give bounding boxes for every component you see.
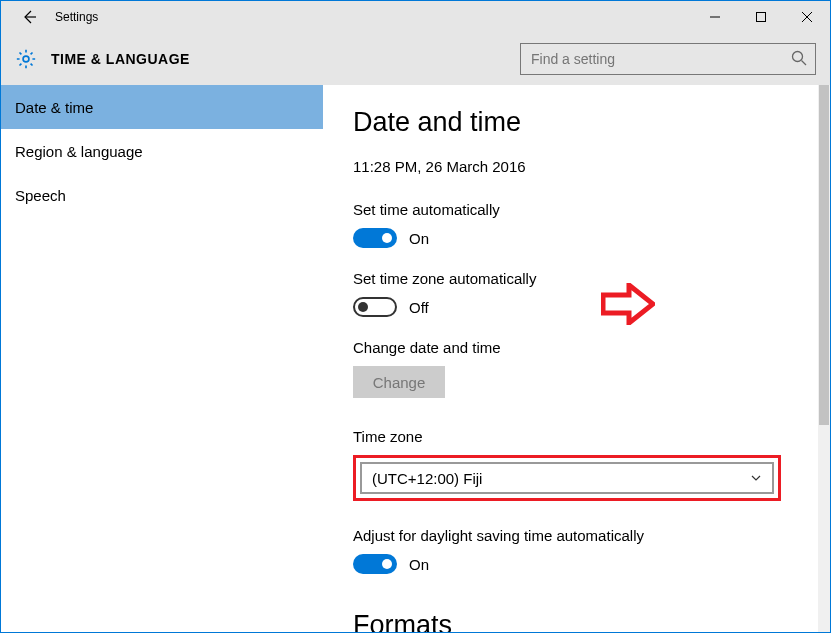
gear-icon xyxy=(15,48,37,70)
set-tz-auto-state: Off xyxy=(409,299,429,316)
set-tz-auto-label: Set time zone automatically xyxy=(353,270,800,287)
sidebar-item-label: Region & language xyxy=(15,143,143,160)
titlebar: Settings xyxy=(1,1,830,33)
sidebar-item-speech[interactable]: Speech xyxy=(1,173,323,217)
set-time-auto-state: On xyxy=(409,230,429,247)
svg-line-6 xyxy=(802,60,807,65)
dst-toggle[interactable] xyxy=(353,554,397,574)
back-arrow-icon xyxy=(20,8,38,26)
timezone-highlight: (UTC+12:00) Fiji xyxy=(353,455,781,501)
maximize-button[interactable] xyxy=(738,1,784,33)
current-datetime: 11:28 PM, 26 March 2016 xyxy=(353,158,800,175)
header: TIME & LANGUAGE xyxy=(1,33,830,85)
timezone-label: Time zone xyxy=(353,428,800,445)
scrollbar-track[interactable] xyxy=(818,85,830,632)
change-button[interactable]: Change xyxy=(353,366,445,398)
set-time-auto-toggle[interactable] xyxy=(353,228,397,248)
maximize-icon xyxy=(756,12,766,22)
sidebar-item-date-time[interactable]: Date & time xyxy=(1,85,323,129)
back-button[interactable] xyxy=(9,1,49,33)
dst-state: On xyxy=(409,556,429,573)
timezone-dropdown[interactable]: (UTC+12:00) Fiji xyxy=(360,462,774,494)
close-button[interactable] xyxy=(784,1,830,33)
search-icon xyxy=(790,49,808,71)
sidebar: Date & time Region & language Speech xyxy=(1,85,323,632)
window-title: Settings xyxy=(55,10,98,24)
svg-point-5 xyxy=(793,51,803,61)
sidebar-item-label: Date & time xyxy=(15,99,93,116)
timezone-value: (UTC+12:00) Fiji xyxy=(372,470,482,487)
page-title: Date and time xyxy=(353,107,800,138)
sidebar-item-region-language[interactable]: Region & language xyxy=(1,129,323,173)
svg-point-4 xyxy=(23,56,29,62)
search-input[interactable] xyxy=(520,43,816,75)
formats-title: Formats xyxy=(353,610,800,632)
scrollbar-thumb[interactable] xyxy=(819,85,829,425)
chevron-down-icon xyxy=(750,472,762,484)
set-tz-auto-toggle[interactable] xyxy=(353,297,397,317)
header-title: TIME & LANGUAGE xyxy=(51,51,190,67)
change-datetime-label: Change date and time xyxy=(353,339,800,356)
close-icon xyxy=(802,12,812,22)
dst-label: Adjust for daylight saving time automati… xyxy=(353,527,800,544)
minimize-icon xyxy=(710,12,720,22)
sidebar-item-label: Speech xyxy=(15,187,66,204)
svg-rect-1 xyxy=(757,13,766,22)
content-pane: Date and time 11:28 PM, 26 March 2016 Se… xyxy=(323,85,818,632)
set-time-auto-label: Set time automatically xyxy=(353,201,800,218)
minimize-button[interactable] xyxy=(692,1,738,33)
